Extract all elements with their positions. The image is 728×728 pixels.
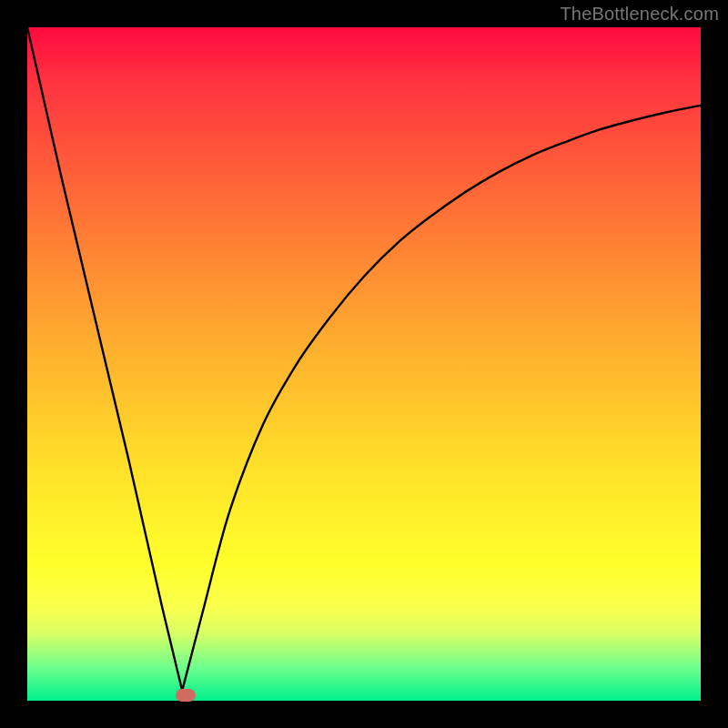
bottleneck-curve	[27, 27, 701, 701]
plot-area	[27, 27, 701, 701]
chart-frame: TheBottleneck.com	[0, 0, 728, 728]
watermark-text: TheBottleneck.com	[560, 4, 719, 25]
curve-path	[27, 27, 701, 691]
minimum-marker	[176, 689, 196, 702]
